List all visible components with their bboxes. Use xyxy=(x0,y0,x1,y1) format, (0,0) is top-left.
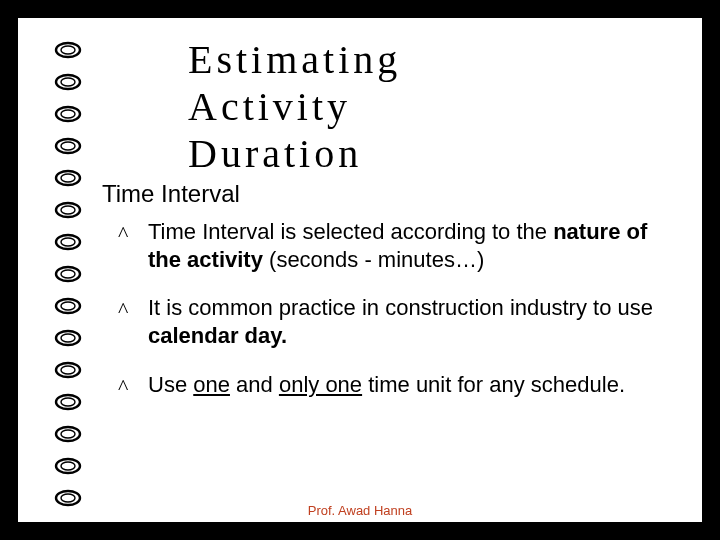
svg-point-12 xyxy=(56,235,80,249)
spiral-ring-icon xyxy=(54,296,82,316)
spiral-ring-icon xyxy=(54,168,82,188)
bullet-text: Use one and only one time unit for any s… xyxy=(148,372,625,397)
slide: Estimating Activity Duration Time Interv… xyxy=(0,0,720,540)
svg-point-10 xyxy=(56,203,80,217)
title-line-1: Estimating xyxy=(188,36,672,83)
svg-point-3 xyxy=(61,78,75,86)
bullet-item: ^ Use one and only one time unit for any… xyxy=(118,371,662,399)
svg-point-20 xyxy=(56,363,80,377)
spiral-ring-icon xyxy=(54,360,82,380)
spiral-ring-icon xyxy=(54,424,82,444)
svg-point-11 xyxy=(61,206,75,214)
svg-point-29 xyxy=(61,494,75,502)
svg-point-17 xyxy=(61,302,75,310)
bullet-item: ^ Time Interval is selected according to… xyxy=(118,218,662,274)
bullet-mark-icon: ^ xyxy=(118,220,128,248)
bullet-text: Time Interval is selected according to t… xyxy=(148,219,647,272)
spiral-ring-icon xyxy=(54,104,82,124)
svg-point-7 xyxy=(61,142,75,150)
svg-point-21 xyxy=(61,366,75,374)
svg-point-5 xyxy=(61,110,75,118)
section-label: Time Interval xyxy=(102,180,240,208)
spiral-ring-icon xyxy=(54,136,82,156)
spiral-ring-icon xyxy=(54,328,82,348)
bullet-item: ^ It is common practice in construction … xyxy=(118,294,662,350)
svg-point-27 xyxy=(61,462,75,470)
svg-point-18 xyxy=(56,331,80,345)
svg-point-13 xyxy=(61,238,75,246)
spiral-ring-icon xyxy=(54,392,82,412)
svg-point-19 xyxy=(61,334,75,342)
svg-point-22 xyxy=(56,395,80,409)
svg-point-14 xyxy=(56,267,80,281)
spiral-ring-icon xyxy=(54,264,82,284)
svg-point-23 xyxy=(61,398,75,406)
svg-point-0 xyxy=(56,43,80,57)
spiral-ring-icon xyxy=(54,200,82,220)
spiral-ring-icon xyxy=(54,72,82,92)
svg-point-4 xyxy=(56,107,80,121)
title-line-2: Activity xyxy=(188,83,672,130)
spiral-ring-icon xyxy=(54,40,82,60)
title-line-3: Duration xyxy=(188,130,672,177)
svg-point-15 xyxy=(61,270,75,278)
footer-text: Prof. Awad Hanna xyxy=(18,503,702,518)
svg-point-6 xyxy=(56,139,80,153)
svg-point-8 xyxy=(56,171,80,185)
spiral-binding xyxy=(54,40,84,508)
bullet-list: ^ Time Interval is selected according to… xyxy=(118,218,662,419)
slide-inner: Estimating Activity Duration Time Interv… xyxy=(18,18,702,522)
bullet-mark-icon: ^ xyxy=(118,373,128,401)
svg-point-2 xyxy=(56,75,80,89)
svg-point-24 xyxy=(56,427,80,441)
svg-point-16 xyxy=(56,299,80,313)
svg-point-9 xyxy=(61,174,75,182)
svg-point-26 xyxy=(56,459,80,473)
spiral-ring-icon xyxy=(54,456,82,476)
spiral-ring-icon xyxy=(54,232,82,252)
svg-point-1 xyxy=(61,46,75,54)
bullet-mark-icon: ^ xyxy=(118,296,128,324)
bullet-text: It is common practice in construction in… xyxy=(148,295,653,348)
svg-point-25 xyxy=(61,430,75,438)
slide-title: Estimating Activity Duration xyxy=(188,36,672,178)
